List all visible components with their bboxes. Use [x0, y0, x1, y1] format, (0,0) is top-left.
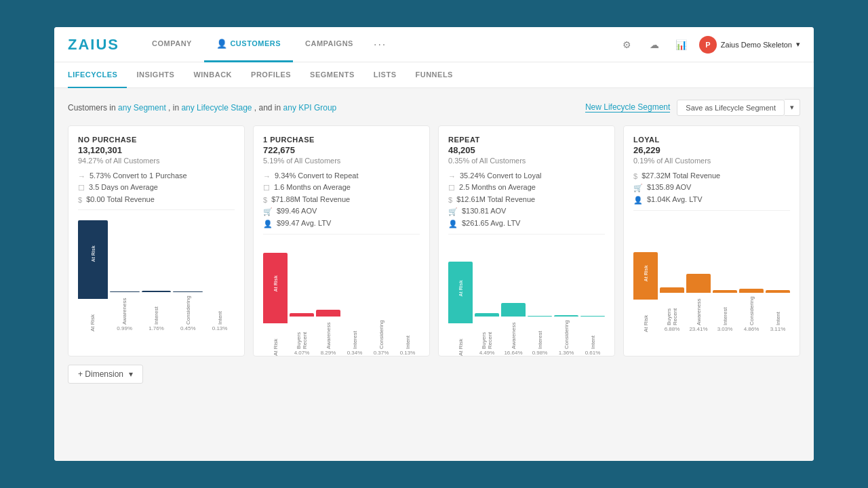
bar-x-label: Intent [775, 295, 781, 325]
bar-col: 96.67% At Risk At Risk [78, 220, 108, 331]
card-stat: ☐ 3.5 Days on Average [78, 183, 235, 192]
top-nav: ZAIUS COMPANY 👤 CUSTOMERS CAMPAIGNS ··· … [54, 27, 814, 62]
lifecycle-card-1: 1 PURCHASE 722,675 5.19% of All Customer… [253, 125, 430, 357]
cloud-icon[interactable]: ☁ [645, 35, 664, 54]
card-stat: 👤 $261.65 Avg. LTV [448, 219, 605, 228]
bar-col: Awareness 0.99% [110, 291, 140, 331]
bar-col: Interest 3.03% [713, 290, 737, 332]
bar-inner-label: At Risk [458, 281, 463, 297]
filter-bar: Customers in any Segment , in any Lifecy… [68, 99, 800, 116]
bar-x-label: Intent [217, 294, 223, 325]
lifecycle-card-2: REPEAT 48,205 0.35% of All Customers → 3… [438, 125, 615, 357]
dimension-button[interactable]: + Dimension ▾ [68, 365, 143, 384]
user-badge[interactable]: P Zaius Demo Skeleton ▾ [699, 36, 800, 54]
stat-text: 1.6 Months on Average [274, 183, 351, 191]
card-stat: 👤 $1.04K Avg. LTV [633, 195, 790, 205]
bar-x-label: Recent Buyers [296, 319, 308, 349]
settings-icon[interactable]: ⚙ [618, 35, 637, 54]
nav-item-customers[interactable]: 👤 CUSTOMERS [204, 27, 293, 62]
bar-fill [766, 290, 790, 293]
bar-bottom-pct: 3.03% [717, 326, 733, 332]
bar-fill [173, 291, 203, 292]
nav-item-campaigns[interactable]: CAMPAIGNS [293, 27, 366, 62]
tab-winback[interactable]: WINBACK [184, 62, 241, 88]
bar-col: Intent 0.13% [205, 292, 235, 331]
bar-x-label: Interest [722, 295, 728, 325]
stat-text: $71.88M Total Revenue [271, 195, 350, 203]
nav-item-company[interactable]: COMPANY [140, 27, 204, 62]
lifecycle-filter-link[interactable]: any Lifecycle Stage [181, 103, 252, 113]
bar-bottom-pct: 3.11% [770, 326, 786, 332]
tab-insights[interactable]: INSIGHTS [127, 62, 184, 88]
bar-bottom-pct: 16.64% [504, 350, 522, 356]
avatar: P [699, 36, 717, 54]
bar-col: Awareness 8.29% [316, 310, 340, 356]
stat-text: 5.73% Convert to 1 Purchase [90, 171, 187, 180]
save-segment-button[interactable]: Save as Lifecycle Segment [677, 100, 785, 116]
bar-x-label: At Risk [273, 325, 279, 356]
kpi-filter-link[interactable]: any KPI Group [283, 103, 337, 113]
card-count: 722,675 [263, 145, 420, 155]
bar-x-label: Intent [405, 319, 411, 349]
bar-x-label: Awareness [696, 295, 702, 325]
customers-icon: 👤 [216, 39, 228, 49]
bar-fill [475, 313, 499, 317]
card-stat: → 9.34% Convert to Repeat [263, 171, 420, 180]
stat-icon: ☐ [78, 184, 85, 192]
bar-x-label: Intent [590, 319, 596, 349]
bar-fill [554, 315, 578, 317]
bar-col: Recent Buyers 6.88% [660, 287, 684, 332]
bar-inner-label: At Risk [644, 265, 648, 281]
tab-lists[interactable]: LISTS [364, 62, 406, 88]
filter-actions: New Lifecycle Segment Save as Lifecycle … [585, 99, 800, 116]
bar-col: 86.80% At Risk At Risk [263, 253, 288, 356]
user-name: Zaius Demo Skeleton [721, 41, 792, 49]
bar-x-label: At Risk [90, 301, 96, 331]
card-pct: 5.19% of All Customers [263, 157, 420, 165]
bar-bottom-pct: 0.98% [532, 350, 548, 356]
bar-x-label: At Risk [458, 325, 464, 356]
new-segment-link[interactable]: New Lifecycle Segment [585, 102, 670, 113]
card-pct: 0.19% of All Customers [633, 157, 790, 165]
main-content: Customers in any Segment , in any Lifecy… [54, 88, 814, 461]
tab-segments[interactable]: SEGMENTS [300, 62, 364, 88]
bar-col: Recent Buyers 4.49% [475, 313, 499, 356]
bar-inner-label: At Risk [273, 275, 278, 291]
bar-fill [686, 274, 711, 293]
lifecycle-card-3: LOYAL 26,229 0.19% of All Customers $ $2… [623, 125, 800, 357]
bar-fill [528, 316, 552, 317]
bar-bottom-pct: 0.99% [117, 325, 132, 331]
bar-col: Intent 0.61% [580, 316, 605, 356]
save-segment-dropdown[interactable]: ▾ [785, 99, 800, 116]
card-count: 48,205 [448, 145, 605, 155]
bar-x-label: Considering [749, 295, 755, 325]
chart-icon[interactable]: 📊 [672, 35, 691, 54]
bar-bottom-pct: 0.45% [180, 325, 196, 331]
card-stat: 🛒 $99.46 AOV [263, 207, 420, 216]
tab-lifecycles[interactable]: LIFECYCLES [68, 62, 127, 88]
nav-more[interactable]: ··· [366, 27, 395, 62]
bar-x-label: Awareness [326, 319, 332, 349]
bar-fill [739, 289, 764, 293]
stat-text: $261.65 Avg. LTV [462, 219, 520, 227]
stat-text: $135.89 AOV [647, 183, 691, 191]
stat-text: $99.46 AOV [277, 207, 317, 215]
chart-area: 58.71% At Risk At Risk Recent Buyers 6.8… [633, 210, 790, 332]
card-stat: $ $27.32M Total Revenue [633, 171, 790, 180]
stat-icon: → [78, 172, 85, 180]
card-stat: → 35.24% Convert to Loyal [448, 171, 605, 180]
stat-icon: 👤 [633, 196, 643, 205]
bar-fill [290, 313, 314, 317]
tab-funnels[interactable]: FUNNELS [406, 62, 462, 88]
bar-fill [142, 291, 172, 292]
segment-filter-link[interactable]: any Segment [118, 103, 166, 113]
chart-area: 75.92% At Risk At Risk Recent Buyers 4.4… [448, 234, 605, 356]
bar-fill [316, 310, 340, 317]
tab-profiles[interactable]: PROFILES [241, 62, 300, 88]
bar-col: 58.71% At Risk At Risk [633, 252, 658, 332]
stat-icon: $ [448, 196, 452, 204]
bar-bottom-pct: 0.61% [585, 350, 601, 356]
stat-text: $1.04K Avg. LTV [647, 195, 703, 203]
bar-fill [713, 290, 737, 293]
bar-bottom-pct: 0.34% [347, 350, 363, 356]
